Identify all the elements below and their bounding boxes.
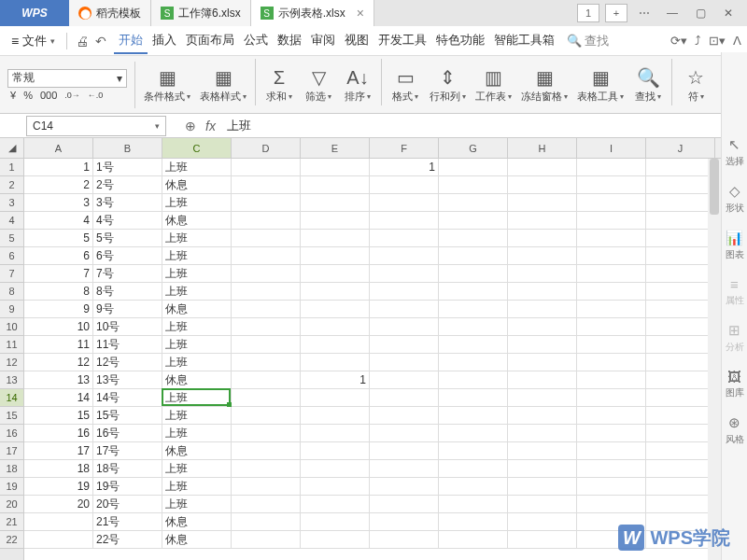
number-format-select[interactable]: 常规 ▾ xyxy=(7,69,127,88)
cell[interactable] xyxy=(439,247,508,265)
cell[interactable] xyxy=(439,159,508,176)
sidepanel-属性[interactable]: ≡属性 xyxy=(726,276,744,307)
cell[interactable]: 2号 xyxy=(93,176,162,194)
cell[interactable]: 上班 xyxy=(162,230,232,247)
cell[interactable] xyxy=(370,336,439,354)
cell[interactable] xyxy=(370,496,439,513)
col-header[interactable]: J xyxy=(646,138,715,158)
cell[interactable]: 上班 xyxy=(162,354,232,371)
cell[interactable] xyxy=(439,460,508,478)
cell[interactable] xyxy=(232,318,301,336)
cell[interactable] xyxy=(439,496,508,513)
cell[interactable] xyxy=(508,496,577,513)
cell[interactable]: 15号 xyxy=(93,407,162,425)
cell[interactable] xyxy=(439,194,508,212)
row-header[interactable]: 19 xyxy=(0,478,23,496)
cell[interactable]: 休息 xyxy=(162,371,232,389)
cell[interactable] xyxy=(508,265,577,283)
cell[interactable]: 上班 xyxy=(162,265,232,283)
sidepanel-风格[interactable]: ⊛风格 xyxy=(726,414,744,446)
cell[interactable] xyxy=(439,265,508,283)
cell[interactable] xyxy=(508,194,577,212)
cell[interactable] xyxy=(577,442,646,460)
undo-icon[interactable]: ↶ xyxy=(92,34,110,49)
share-icon[interactable]: ⤴ xyxy=(695,34,701,48)
ribbon-tab-6[interactable]: 视图 xyxy=(340,28,374,54)
cell[interactable] xyxy=(301,247,370,265)
cell[interactable]: 上班 xyxy=(162,336,232,354)
vertical-scrollbar[interactable] xyxy=(708,159,721,560)
cell[interactable]: 15 xyxy=(24,407,93,425)
cell[interactable] xyxy=(301,442,370,460)
cell[interactable]: 7 xyxy=(24,265,93,283)
cell[interactable] xyxy=(301,389,370,407)
cell[interactable]: 16 xyxy=(24,425,93,442)
thousands-button[interactable]: 000 xyxy=(37,90,60,101)
cell[interactable] xyxy=(439,513,508,531)
cell[interactable]: 13 xyxy=(24,371,93,389)
cell[interactable] xyxy=(508,301,577,318)
cell[interactable] xyxy=(646,230,715,247)
cell[interactable]: 上班 xyxy=(162,407,232,425)
col-header[interactable]: H xyxy=(508,138,577,158)
cell[interactable] xyxy=(370,176,439,194)
cell[interactable] xyxy=(508,159,577,176)
cell[interactable]: 上班 xyxy=(162,194,232,212)
row-header[interactable]: 5 xyxy=(0,230,23,247)
cell[interactable] xyxy=(646,318,715,336)
cell[interactable]: 12号 xyxy=(93,354,162,371)
cell[interactable] xyxy=(508,531,577,549)
toolbar-查找[interactable]: 🔍查找▾ xyxy=(628,59,668,111)
cell[interactable]: 休息 xyxy=(162,301,232,318)
row-header[interactable]: 16 xyxy=(0,425,23,442)
row-header[interactable]: 12 xyxy=(0,354,23,371)
cell[interactable]: 4号 xyxy=(93,212,162,230)
cell[interactable] xyxy=(301,531,370,549)
cell[interactable]: 19号 xyxy=(93,478,162,496)
cell[interactable] xyxy=(646,194,715,212)
cell[interactable]: 17 xyxy=(24,442,93,460)
cell[interactable] xyxy=(301,283,370,301)
row-header[interactable]: 6 xyxy=(0,247,23,265)
cell[interactable] xyxy=(646,496,715,513)
cell[interactable] xyxy=(577,247,646,265)
cell[interactable]: 17号 xyxy=(93,442,162,460)
col-header[interactable]: G xyxy=(439,138,508,158)
cell[interactable]: 8号 xyxy=(93,283,162,301)
cell[interactable] xyxy=(301,496,370,513)
cell[interactable] xyxy=(301,230,370,247)
cell[interactable] xyxy=(301,194,370,212)
minimize-icon[interactable]: — xyxy=(661,4,684,22)
cell[interactable] xyxy=(577,212,646,230)
overflow-icon[interactable]: ⋯ xyxy=(633,4,655,22)
cell[interactable] xyxy=(508,212,577,230)
cell[interactable] xyxy=(370,531,439,549)
cell[interactable] xyxy=(439,354,508,371)
cell[interactable] xyxy=(301,425,370,442)
name-box[interactable]: C14 ▾ xyxy=(26,116,166,136)
close-window-icon[interactable]: ✕ xyxy=(717,4,740,22)
row-header[interactable]: 10 xyxy=(0,318,23,336)
cell[interactable] xyxy=(577,425,646,442)
cell[interactable] xyxy=(232,460,301,478)
row-header[interactable]: 2 xyxy=(0,176,23,194)
sidepanel-选择[interactable]: ↖选择 xyxy=(726,136,744,168)
cell[interactable]: 12 xyxy=(24,354,93,371)
cell[interactable] xyxy=(301,407,370,425)
cell[interactable] xyxy=(301,478,370,496)
toolbar-工作表[interactable]: ▥工作表▾ xyxy=(471,59,516,111)
cell[interactable] xyxy=(232,336,301,354)
ribbon-tab-0[interactable]: 开始 xyxy=(114,28,148,54)
wps-home-tab[interactable]: WPS xyxy=(0,0,69,26)
cell[interactable]: 18号 xyxy=(93,460,162,478)
cell[interactable]: 10号 xyxy=(93,318,162,336)
col-header[interactable]: B xyxy=(93,138,162,158)
cell[interactable]: 7号 xyxy=(93,265,162,283)
cell[interactable] xyxy=(439,389,508,407)
cell[interactable] xyxy=(301,513,370,531)
cell[interactable]: 上班 xyxy=(162,389,232,407)
cell[interactable] xyxy=(370,265,439,283)
row-header[interactable]: 17 xyxy=(0,442,23,460)
cell[interactable]: 上班 xyxy=(162,460,232,478)
formula-input[interactable]: 上班 xyxy=(225,116,747,136)
